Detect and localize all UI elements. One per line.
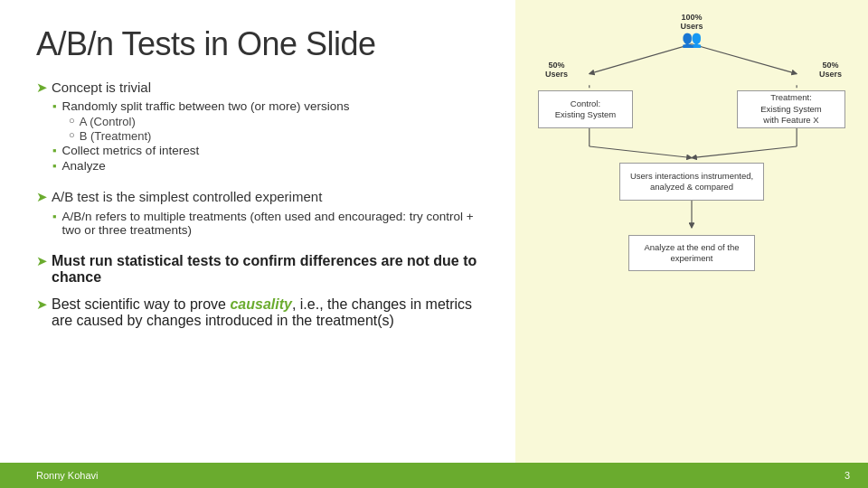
- slide-title: A/B/n Tests in One Slide: [36, 25, 488, 63]
- instrumented-box: Users interactions instrumented,analyzed…: [619, 163, 764, 201]
- arrow-icon-3: ➤: [36, 253, 48, 269]
- diagram-panel: 100% Users 👥 50% Users 50% Users Control…: [515, 0, 868, 463]
- concept-section: ➤ Concept is trivial ▪ Randomly split tr…: [36, 80, 488, 174]
- arrow-icon-2: ➤: [36, 189, 48, 205]
- users-left: 50% Users: [545, 61, 568, 79]
- randomly-split-bullet: ▪ Randomly split traffic between two (or…: [52, 99, 488, 113]
- best-scientific-section: ➤ Best scientific way to prove causality…: [36, 296, 488, 334]
- circle-icon-2: ○: [69, 129, 75, 140]
- analyze-box: Analyze at the end of theexperiment: [628, 235, 755, 271]
- svg-line-0: [590, 44, 692, 74]
- control-bullet: ○ A (Control): [69, 115, 488, 128]
- concept-bullet: ➤ Concept is trivial: [36, 80, 488, 96]
- footer: Ronny Kohavi 3: [0, 463, 868, 488]
- collect-metrics-bullet: ▪ Collect metrics of interest: [52, 144, 488, 157]
- square-marker: ▪: [52, 99, 57, 113]
- circle-icon: ○: [69, 115, 75, 126]
- diagram-container: 100% Users 👥 50% Users 50% Users Control…: [529, 11, 854, 282]
- left-panel: A/B/n Tests in One Slide ➤ Concept is tr…: [0, 0, 515, 463]
- must-run-section: ➤ Must run statistical tests to confirm …: [36, 253, 488, 291]
- best-scientific-text: Best scientific way to prove causality, …: [52, 296, 488, 329]
- control-box: Control:Existing System: [538, 90, 633, 128]
- treatment-box-text: Treatment:Existing Systemwith Feature X: [760, 92, 822, 126]
- arrow-icon-4: ➤: [36, 296, 48, 313]
- square-marker-2: ▪: [52, 144, 57, 157]
- users-right: 50% Users: [819, 61, 842, 79]
- control-box-text: Control:Existing System: [555, 99, 617, 121]
- slide: A/B/n Tests in One Slide ➤ Concept is tr…: [0, 0, 868, 488]
- square-marker-4: ▪: [52, 210, 57, 223]
- treatment-bullet: ○ B (Treatment): [69, 129, 488, 143]
- svg-line-1: [692, 44, 797, 74]
- svg-line-7: [692, 146, 797, 158]
- ab-test-section: ➤ A/B test is the simplest controlled ex…: [36, 189, 488, 239]
- users-icon: 👥: [680, 31, 703, 47]
- analyze-bullet: ▪ Analyze: [52, 159, 488, 173]
- square-marker-3: ▪: [52, 159, 57, 173]
- must-run-bullet: ➤ Must run statistical tests to confirm …: [36, 253, 488, 286]
- users-top: 100% Users 👥: [680, 13, 703, 47]
- analyze-box-text: Analyze at the end of theexperiment: [644, 242, 739, 265]
- arrow-icon: ➤: [36, 80, 48, 96]
- ab-test-bullet: ➤ A/B test is the simplest controlled ex…: [36, 189, 488, 205]
- best-scientific-bullet: ➤ Best scientific way to prove causality…: [36, 296, 488, 329]
- main-content: A/B/n Tests in One Slide ➤ Concept is tr…: [0, 0, 868, 463]
- footer-author: Ronny Kohavi: [36, 470, 99, 481]
- footer-page: 3: [844, 470, 850, 481]
- abn-refers-bullet: ▪ A/B/n refers to multiple treatments (o…: [52, 210, 488, 237]
- svg-line-5: [590, 146, 692, 158]
- instrumented-box-text: Users interactions instrumented,analyzed…: [630, 171, 753, 193]
- treatment-box: Treatment:Existing Systemwith Feature X: [737, 90, 845, 128]
